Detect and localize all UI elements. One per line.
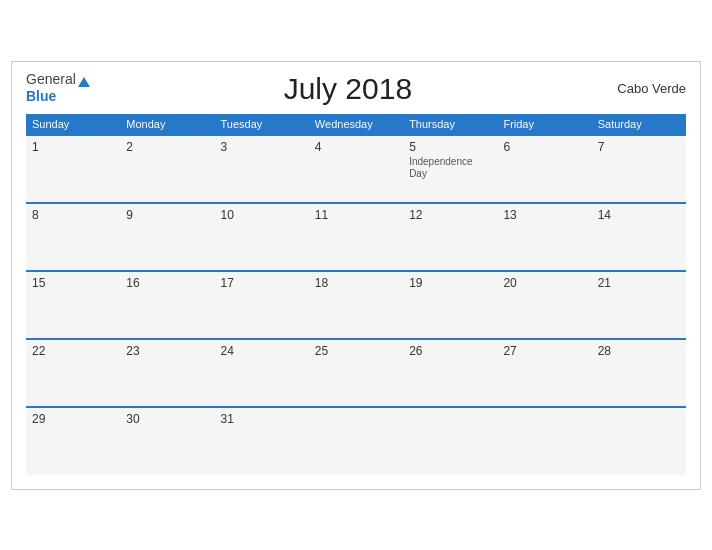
calendar-cell: 4: [309, 135, 403, 203]
calendar-header: General Blue July 2018 Cabo Verde: [26, 72, 686, 106]
calendar-cell: 14: [592, 203, 686, 271]
day-number: 12: [409, 208, 491, 222]
day-number: 24: [221, 344, 303, 358]
day-number: 1: [32, 140, 114, 154]
calendar-cell: 29: [26, 407, 120, 475]
calendar-cell: 19: [403, 271, 497, 339]
calendar-cell: 28: [592, 339, 686, 407]
day-number: 2: [126, 140, 208, 154]
calendar-cell: 6: [497, 135, 591, 203]
day-number: 22: [32, 344, 114, 358]
calendar-cell: 10: [215, 203, 309, 271]
calendar-cell: 26: [403, 339, 497, 407]
day-number: 29: [32, 412, 114, 426]
day-number: 6: [503, 140, 585, 154]
logo-blue-text: Blue: [26, 88, 56, 104]
day-number: 21: [598, 276, 680, 290]
day-number: 9: [126, 208, 208, 222]
week-row-5: 293031: [26, 407, 686, 475]
day-number: 10: [221, 208, 303, 222]
calendar-cell: 23: [120, 339, 214, 407]
week-row-2: 891011121314: [26, 203, 686, 271]
day-number: 19: [409, 276, 491, 290]
day-number: 17: [221, 276, 303, 290]
country-name: Cabo Verde: [606, 81, 686, 96]
calendar-cell: [309, 407, 403, 475]
week-row-3: 15161718192021: [26, 271, 686, 339]
calendar-cell: 22: [26, 339, 120, 407]
day-number: 13: [503, 208, 585, 222]
day-number: 14: [598, 208, 680, 222]
calendar-cell: 31: [215, 407, 309, 475]
calendar-cell: 7: [592, 135, 686, 203]
calendar-cell: [403, 407, 497, 475]
weekday-header-saturday: Saturday: [592, 114, 686, 135]
calendar-cell: 11: [309, 203, 403, 271]
logo-general-text: General: [26, 72, 76, 87]
day-number: 16: [126, 276, 208, 290]
calendar-cell: 20: [497, 271, 591, 339]
weekday-header-sunday: Sunday: [26, 114, 120, 135]
day-number: 3: [221, 140, 303, 154]
week-row-4: 22232425262728: [26, 339, 686, 407]
calendar-cell: [497, 407, 591, 475]
calendar-cell: [592, 407, 686, 475]
day-number: 4: [315, 140, 397, 154]
day-number: 18: [315, 276, 397, 290]
day-number: 15: [32, 276, 114, 290]
day-number: 31: [221, 412, 303, 426]
day-number: 5: [409, 140, 491, 154]
calendar-cell: 27: [497, 339, 591, 407]
holiday-label: Independence Day: [409, 156, 491, 180]
calendar-cell: 8: [26, 203, 120, 271]
calendar-cell: 17: [215, 271, 309, 339]
calendar-cell: 21: [592, 271, 686, 339]
logo-triangle-icon: [78, 77, 90, 87]
day-number: 20: [503, 276, 585, 290]
day-number: 26: [409, 344, 491, 358]
day-number: 23: [126, 344, 208, 358]
day-number: 30: [126, 412, 208, 426]
week-row-1: 12345Independence Day67: [26, 135, 686, 203]
calendar-cell: 3: [215, 135, 309, 203]
day-number: 11: [315, 208, 397, 222]
weekday-header-thursday: Thursday: [403, 114, 497, 135]
calendar-cell: 16: [120, 271, 214, 339]
calendar-cell: 25: [309, 339, 403, 407]
calendar-cell: 9: [120, 203, 214, 271]
calendar-cell: 2: [120, 135, 214, 203]
calendar-cell: 1: [26, 135, 120, 203]
weekday-header-friday: Friday: [497, 114, 591, 135]
calendar-cell: 24: [215, 339, 309, 407]
weekday-header-monday: Monday: [120, 114, 214, 135]
day-number: 28: [598, 344, 680, 358]
weekday-header-tuesday: Tuesday: [215, 114, 309, 135]
day-number: 27: [503, 344, 585, 358]
calendar-cell: 18: [309, 271, 403, 339]
calendar-cell: 13: [497, 203, 591, 271]
calendar: General Blue July 2018 Cabo Verde Sunday…: [11, 61, 701, 490]
calendar-title: July 2018: [90, 72, 606, 106]
calendar-cell: 30: [120, 407, 214, 475]
calendar-cell: 15: [26, 271, 120, 339]
day-number: 7: [598, 140, 680, 154]
weekday-header-row: SundayMondayTuesdayWednesdayThursdayFrid…: [26, 114, 686, 135]
calendar-cell: 5Independence Day: [403, 135, 497, 203]
weekday-header-wednesday: Wednesday: [309, 114, 403, 135]
logo: General Blue: [26, 72, 90, 105]
day-number: 8: [32, 208, 114, 222]
day-number: 25: [315, 344, 397, 358]
calendar-table: SundayMondayTuesdayWednesdayThursdayFrid…: [26, 114, 686, 475]
calendar-cell: 12: [403, 203, 497, 271]
